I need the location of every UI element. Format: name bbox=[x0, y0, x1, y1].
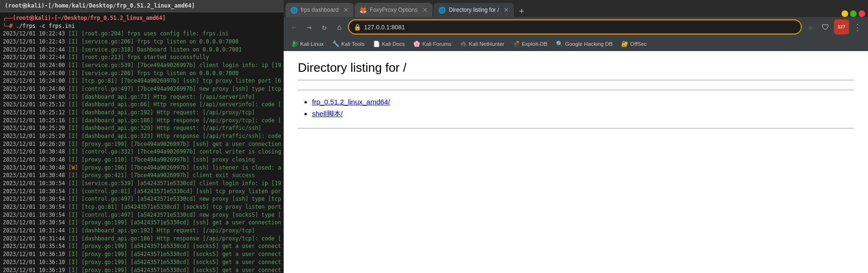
page-heading: Directory listing for / bbox=[298, 60, 854, 80]
bookmark-item[interactable]: 💣 Exploit-DB bbox=[509, 40, 551, 48]
log-line: 2023/12/01 10:31:44 [I] [dashboard_api.g… bbox=[3, 227, 281, 235]
directory-link[interactable]: frp_0.51.2_linux_amd64/ bbox=[312, 98, 390, 106]
bookmark-item[interactable]: 🌸 Kali Forums bbox=[409, 40, 455, 48]
browser-tab-tab2[interactable]: 🦊 FoxyProxy Options ✕ bbox=[355, 3, 433, 17]
address-input[interactable] bbox=[364, 24, 796, 31]
close-button[interactable] bbox=[859, 10, 865, 17]
log-output: 2023/12/01 10:22:43 [I] [root.go:204] fr… bbox=[3, 30, 281, 273]
bookmarks-bar: 🐉 Kali Linux🔧 Kali Tools📄 Kali Docs🌸 Kal… bbox=[284, 37, 868, 51]
log-line: 2023/12/01 10:36:10 [I] [proxy.go:199] [… bbox=[3, 250, 281, 258]
directory-link[interactable]: shell脚本/ bbox=[312, 110, 343, 118]
foxyproxy-button[interactable]: 127 bbox=[834, 19, 849, 34]
log-line: 2023/12/01 10:24:00 [I] [control.go:497]… bbox=[3, 85, 281, 93]
new-tab-button[interactable]: + bbox=[515, 4, 528, 17]
terminal-titlebar: (root㉿kali)-[/home/kali/Desktop/frp_0.51… bbox=[0, 0, 284, 12]
bookmark-item[interactable]: 🔧 Kali Tools bbox=[329, 40, 368, 48]
top-divider bbox=[298, 90, 854, 90]
bookmark-favicon: 🐉 bbox=[291, 41, 298, 47]
terminal-command-line: └─# ./frps -c frps.ini bbox=[3, 22, 281, 30]
tab-bar: 🌐 frps dashboard ✕🦊 FoxyProxy Options ✕🌐… bbox=[284, 0, 868, 17]
tab-label: Directory listing for / bbox=[449, 7, 499, 13]
menu-button[interactable]: ⋮ bbox=[851, 20, 864, 34]
log-line: 2023/12/01 10:25:16 [I] [dashboard_api.g… bbox=[3, 117, 281, 125]
log-line: 2023/12/01 10:30:54 [I] [control.go:497]… bbox=[3, 195, 281, 203]
log-line: 2023/12/01 10:30:54 [I] [proxy.go:199] [… bbox=[3, 219, 281, 227]
log-line: 2023/12/01 10:36:10 [I] [proxy.go:199] [… bbox=[3, 258, 281, 266]
address-bar-container[interactable]: 🔒 bbox=[348, 19, 802, 34]
bookmark-label: OffSec bbox=[630, 41, 647, 47]
log-line: 2023/12/01 10:30:48 [I] [proxy.go:110] [… bbox=[3, 156, 281, 164]
reload-button[interactable]: ↻ bbox=[318, 20, 331, 34]
log-line: 2023/12/01 10:25:20 [I] [dashboard_api.g… bbox=[3, 132, 281, 140]
bookmark-item[interactable]: 🐉 Kali Linux bbox=[287, 40, 328, 48]
log-line: 2023/12/01 10:24:00 [I] [dashboard_api.g… bbox=[3, 93, 281, 101]
back-button[interactable]: ← bbox=[287, 20, 301, 34]
extensions-area: 127 bbox=[834, 19, 849, 34]
tab-favicon: 🦊 bbox=[359, 7, 367, 14]
tab-label: FoxyProxy Options bbox=[370, 7, 417, 13]
bookmark-label: Google Hacking DB bbox=[565, 41, 613, 47]
tabs-container: 🌐 frps dashboard ✕🦊 FoxyProxy Options ✕🌐… bbox=[286, 3, 515, 17]
tab-favicon: 🌐 bbox=[438, 7, 446, 14]
foxyproxy-label: 127 bbox=[838, 25, 845, 29]
bookmark-label: Exploit-DB bbox=[522, 41, 547, 47]
tab-close-button[interactable]: ✕ bbox=[503, 7, 509, 13]
log-line: 2023/12/01 10:22:43 [I] [root.go:204] fr… bbox=[3, 30, 281, 38]
log-line: 2023/12/01 10:30:54 [I] [tcp.go:81] [a54… bbox=[3, 203, 281, 211]
minimize-button[interactable] bbox=[842, 10, 848, 17]
bottom-divider bbox=[298, 128, 854, 128]
log-line: 2023/12/01 10:36:19 [I] [proxy.go:199] [… bbox=[3, 266, 281, 273]
log-line: 2023/12/01 10:22:44 [I] [service.go:318]… bbox=[3, 46, 281, 54]
log-line: 2023/12/01 10:22:43 [I] [service.go:206]… bbox=[3, 38, 281, 46]
bookmark-label: Kali Forums bbox=[422, 41, 451, 47]
bookmark-label: Kali Linux bbox=[300, 41, 324, 47]
maximize-button[interactable] bbox=[850, 10, 857, 17]
bookmark-favicon: 🌸 bbox=[413, 41, 420, 47]
browser-tab-tab1[interactable]: 🌐 frps dashboard ✕ bbox=[286, 3, 354, 17]
bookmark-favicon: 🕷️ bbox=[460, 41, 467, 47]
terminal-prompt-line: ┌──(root㉿kali)-[~/Desktop/frp_0.51.2_lin… bbox=[3, 14, 281, 22]
log-line: 2023/12/01 10:24:00 [I] [tcp.go:81] [7bc… bbox=[3, 77, 281, 85]
log-line: 2023/12/01 10:25:12 [I] [dashboard_api.g… bbox=[3, 101, 281, 109]
log-line: 2023/12/01 10:30:48 [I] [proxy.go:421] [… bbox=[3, 171, 281, 179]
log-line: 2023/12/01 10:25:20 [I] [dashboard_api.g… bbox=[3, 124, 281, 132]
forward-button[interactable]: → bbox=[303, 20, 316, 34]
log-line: 2023/12/01 10:24:00 [I] [service.go:539]… bbox=[3, 61, 281, 69]
directory-list: frp_0.51.2_linux_amd64/shell脚本/ bbox=[312, 98, 854, 119]
terminal-body[interactable]: ┌──(root㉿kali)-[~/Desktop/frp_0.51.2_lin… bbox=[0, 12, 284, 273]
tab-close-button[interactable]: ✕ bbox=[343, 7, 349, 13]
browser-tab-tab3[interactable]: 🌐 Directory listing for / ✕ bbox=[434, 3, 514, 17]
log-line: 2023/12/01 10:30:48 [I] [control.go:332]… bbox=[3, 148, 281, 156]
bookmark-item[interactable]: 📄 Kali Docs bbox=[369, 40, 409, 48]
navbar: ← → ↻ ⌂ 🔒 ☆ 🛡 127 ⋮ bbox=[284, 17, 868, 37]
log-line: 2023/12/01 10:25:12 [I] [dashboard_api.g… bbox=[3, 109, 281, 117]
shield-button[interactable]: 🛡 bbox=[819, 20, 832, 34]
lock-icon: 🔒 bbox=[354, 24, 361, 31]
bookmark-favicon: 📄 bbox=[373, 41, 380, 47]
bookmark-item[interactable]: 🔍 Google Hacking DB bbox=[552, 40, 616, 48]
tab-favicon: 🌐 bbox=[290, 7, 298, 14]
terminal-title: (root㉿kali)-[/home/kali/Desktop/frp_0.51… bbox=[5, 2, 195, 9]
page-content[interactable]: Directory listing for / frp_0.51.2_linux… bbox=[284, 51, 868, 273]
log-line: 2023/12/01 10:30:54 [I] [control.go:81] … bbox=[3, 188, 281, 196]
browser-panel: 🌐 frps dashboard ✕🦊 FoxyProxy Options ✕🌐… bbox=[284, 0, 868, 273]
tab-close-button[interactable]: ✕ bbox=[422, 7, 428, 13]
terminal-panel: (root㉿kali)-[/home/kali/Desktop/frp_0.51… bbox=[0, 0, 284, 273]
home-button[interactable]: ⌂ bbox=[333, 20, 346, 34]
bookmark-favicon: 🔍 bbox=[556, 41, 563, 47]
star-button[interactable]: ☆ bbox=[804, 20, 817, 34]
log-line: 2023/12/01 10:35:54 [I] [proxy.go:199] [… bbox=[3, 242, 281, 250]
browser-chrome: 🌐 frps dashboard ✕🦊 FoxyProxy Options ✕🌐… bbox=[284, 0, 868, 51]
bookmark-label: Kali NetHunter bbox=[469, 41, 504, 47]
bookmark-favicon: 🔐 bbox=[621, 41, 628, 47]
bookmark-label: Kali Docs bbox=[382, 41, 405, 47]
log-line: 2023/12/01 10:26:20 [I] [proxy.go:199] [… bbox=[3, 140, 281, 148]
log-line: 2023/12/01 10:30:54 [I] [control.go:497]… bbox=[3, 211, 281, 219]
bookmark-item[interactable]: 🕷️ Kali NetHunter bbox=[456, 40, 508, 48]
bookmarks-container: 🐉 Kali Linux🔧 Kali Tools📄 Kali Docs🌸 Kal… bbox=[287, 40, 651, 48]
list-item: shell脚本/ bbox=[312, 110, 854, 119]
log-line: 2023/12/01 10:22:44 [I] [root.go:213] fr… bbox=[3, 53, 281, 61]
list-item: frp_0.51.2_linux_amd64/ bbox=[312, 98, 854, 106]
log-line: 2023/12/01 10:30:48 [W] [proxy.go:196] [… bbox=[3, 164, 281, 172]
bookmark-item[interactable]: 🔐 OffSec bbox=[617, 40, 651, 48]
